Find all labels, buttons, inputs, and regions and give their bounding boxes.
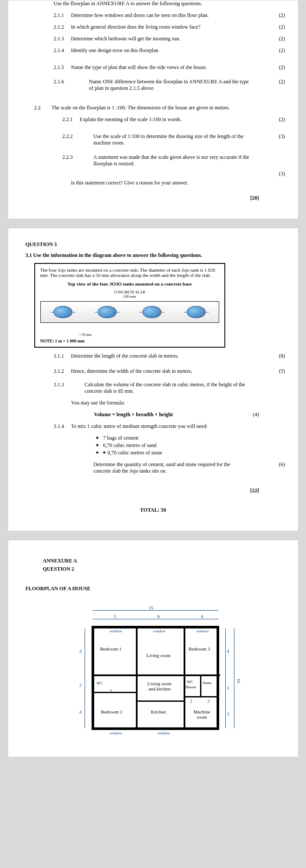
window-label: window [110,629,122,633]
q-2-1-2: 2.1.2 In which general direction does th… [54,24,285,30]
dim-4-left: 4 [79,648,82,654]
q-num: 2.2.1 [63,116,80,123]
floorplan-title: FLOORPLAN OF A HOUSE [26,585,285,592]
q-num: 3.1.4 [54,423,71,430]
room-wc-1: WC [97,681,103,685]
room-living-kitchen: Living room and kitchen [145,681,175,691]
q-2-1-1: 2.1.1 Determine how windows and doors ca… [54,12,285,19]
q-text: The scale on the floorplan is 1 :100. Th… [52,105,272,111]
q-text: In which general direction does the livi… [71,24,272,30]
q-marks: (6) [272,461,285,474]
room-bedroom-3: Bedroom 3 [189,646,210,651]
q-2-2-3-marks: (3) [63,171,285,177]
dim-15: 15 [149,605,154,610]
slab-diagram: ↕ 50 mm [40,301,219,336]
room-machine: Machine room [190,709,214,720]
grand-total: TOTAL: 50 [21,507,285,513]
wall [92,626,219,628]
q-3-1-4: 3.1.4 To mix 1 cubic metre of medium str… [54,423,285,430]
window-label: window [197,629,209,633]
page-1: Use the floorplan in ANNEXURE A to answe… [8,0,299,219]
wall [184,696,218,697]
q-marks: (2) [272,24,285,30]
bullet-item: ✦ 7 bags of cement [95,435,285,441]
q-3-1-3: 3.1.3 Calculate the volume of the concre… [54,381,285,395]
dim-3-right2: 3 [227,711,230,717]
q-3-1-intro: 3.1 Use the information in the diagram a… [26,252,285,259]
dim-6: 6 [158,614,160,619]
q-2-1-5: 2.1.5 Name the type of plan that will sh… [54,64,285,71]
window-label: window [153,629,166,633]
dim-5: 5 [114,614,117,619]
room-shower: Shower [186,685,196,689]
wall [94,692,136,693]
q-3-1-4-end: Determine the quantity of cement, sand a… [54,461,285,474]
q-marks: (2) [272,116,285,123]
annexure-question: QUESTION 2 [43,566,285,572]
wall [217,626,219,730]
jojo-diagram-box: The four Jojo tanks are mounted on a con… [34,263,225,348]
room-living: Living room [147,653,171,658]
floorplan-diagram: 15 5 6 4 window window window window win… [53,605,253,753]
wall [136,628,138,676]
q-text: Identify one design error on this floorp… [71,47,272,54]
q-num: 2.1.5 [54,64,71,71]
q-2-2-1: 2.2.1 Explain the meaning of the scale 1… [63,116,285,123]
jojo-tank-icon [98,306,117,318]
q-text: Determine the length of the concrete sla… [71,353,272,359]
q-2-2: 2.2 The scale on the floorplan is 1 :100… [34,105,285,111]
dim-3-right: 3 [227,685,230,690]
q-text: Name the type of plan that will show the… [71,64,272,71]
page-3: ANNEXURE A QUESTION 2 FLOORPLAN OF A HOU… [8,540,299,757]
q-marks: (2) [272,36,285,42]
dim-4: 4 [201,614,204,619]
q-2-2-3: 2.2.3 A statement was made that the scal… [63,154,285,167]
q-num: 2.2.3 [63,154,80,167]
wall [138,700,184,702]
room-kitchen: Kitchen [151,709,166,714]
dim-line [92,619,218,619]
window-label: window [110,731,122,735]
q-2-1-4: 2.1.4 Identify one design error on this … [54,47,285,54]
question-3-heading: QUESTION 3 [26,241,285,248]
dim-2-inner1: 2 [190,698,193,704]
q-marks: (2) [272,79,285,92]
diagram-desc: The four Jojo tanks are mounted on a con… [40,267,219,278]
wall [200,676,201,696]
q-2-2-2: 2.2.2 Use the scale of 1:100 to determin… [63,133,285,146]
slab-label-1: CONCRETE SLAB [40,290,219,294]
room-wc-2: WC [187,680,194,684]
jojo-tank-icon [187,306,206,318]
q-3-1-1: 3.1.1 Determine the length of the concre… [54,353,285,359]
volume-formula: Volume = length × breadth × height [21,411,246,418]
q-num: 2.1.4 [54,47,71,54]
q-text: Name ONE difference between the floorpla… [89,79,254,92]
q-num: 3.1.2 [54,368,71,375]
q-marks [272,154,285,167]
mix-bullet-list: ✦ 7 bags of cement ✦ 0,70 cubic metres o… [95,435,285,456]
dim-4-left2: 4 [79,709,82,714]
slab-label-2: 100 mm [40,294,219,299]
q-num: 2.1.6 [54,79,71,92]
q-text: A statement was made that the scale give… [93,154,258,167]
jojo-tank-icon [53,306,72,318]
q-num: 3.1.1 [54,353,71,359]
q-marks: (2) [272,12,285,19]
q-marks: (2) [272,47,285,54]
q-marks: (5) [272,368,285,375]
section-total-22: [22] [21,487,259,494]
q-marks: (2) [272,64,285,71]
q-num: 2.2.2 [63,133,80,146]
dim-line [225,628,226,728]
dim-line [92,610,218,611]
diagram-note: NOTE: 1 m = 1 000 mm [40,339,219,343]
wall [184,628,185,676]
bullet-item: ✦ 0,70 cubic metres of sand [95,442,285,449]
dim-4-right: 4 [227,648,230,654]
jojo-tank-icon [142,306,161,318]
annexure-heading: ANNEXURE A [43,558,285,564]
q-text: Calculate the volume of the concrete sla… [85,381,258,395]
section-total-20: [20] [21,195,259,201]
dim-line [85,628,85,728]
dim-2-left: 2 [79,682,82,687]
